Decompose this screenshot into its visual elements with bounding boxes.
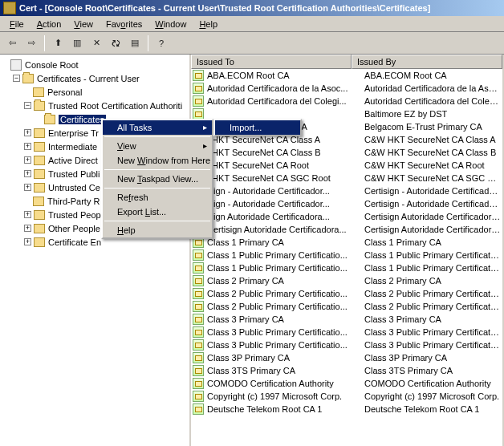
cell-issued-to: Certisign Autoridade Certificadora... <box>207 225 364 234</box>
certificate-icon <box>193 288 204 299</box>
table-row[interactable]: / HKT SecureNet CA SGC RootC&W HKT Secur… <box>191 172 502 184</box>
table-row[interactable]: Class 3 Primary CAClass 3 Primary CA <box>191 313 502 326</box>
table-row[interactable]: ABA.ECOM Root CAABA.ECOM Root CA <box>191 69 502 82</box>
cell-issued-to: isign Autoridade Certificadora... <box>207 212 364 221</box>
cell-issued-to: Class 3P Primary CA <box>207 353 364 363</box>
menu-file[interactable]: File <box>3 18 30 30</box>
cell-issued-by: Class 2 Primary CA <box>364 276 501 286</box>
menuitem-import[interactable]: Import... <box>215 120 300 135</box>
tree-pane[interactable]: Console Root −Certificates - Current Use… <box>0 55 191 446</box>
table-row[interactable]: / HKT SecureNet CA Class BC&W HKT Secure… <box>191 146 502 159</box>
menuitem-view[interactable]: View <box>103 139 212 153</box>
table-row[interactable]: Class 3 Public Primary Certificatio...Cl… <box>191 326 502 339</box>
cell-issued-by: Autoridad Certificadora de la Asocia... <box>364 83 501 93</box>
table-row[interactable]: isign Autoridade Certificadora...Certisi… <box>191 210 502 223</box>
folder-icon <box>33 197 44 206</box>
cell-issued-by: COMODO Certification Authority <box>364 379 501 388</box>
expander-icon[interactable]: + <box>24 184 31 191</box>
table-row[interactable]: isign - Autoridade Certificador...Certis… <box>191 184 502 197</box>
refresh-button[interactable]: 🗘 <box>107 34 124 52</box>
export-button[interactable]: ▤ <box>126 34 144 52</box>
list-pane[interactable]: Issued To Issued By ABA.ECOM Root CAABA.… <box>191 55 504 446</box>
cell-issued-to: Autoridad Certificadora del Colegi... <box>207 96 364 106</box>
table-row[interactable]: Class 1 Primary CAClass 1 Primary CA <box>191 236 502 249</box>
forward-button[interactable]: ⇨ <box>22 34 40 52</box>
cell-issued-to: Class 3 Public Primary Certificatio... <box>207 327 364 337</box>
folder-icon <box>34 169 45 179</box>
help-button[interactable]: ? <box>152 34 170 52</box>
table-row[interactable]: COMODO Certification AuthorityCOMODO Cer… <box>191 377 502 390</box>
certificate-icon <box>193 391 204 402</box>
table-row[interactable]: Class 3P Primary CAClass 3P Primary CA <box>191 351 502 364</box>
menu-bar: File Action View Favorites Window Help <box>0 16 504 32</box>
up-button[interactable]: ⬆ <box>49 34 67 52</box>
expander-icon[interactable]: + <box>24 211 31 218</box>
show-hide-tree-button[interactable]: ▥ <box>68 34 86 52</box>
menu-separator <box>104 136 210 137</box>
cell-issued-to: Class 3TS Primary CA <box>207 366 364 375</box>
tree-personal[interactable]: Personal <box>2 85 188 99</box>
tree-trusted-root[interactable]: −Trusted Root Certification Authoriti <box>2 99 188 112</box>
table-row[interactable]: Class 2 Public Primary Certificatio...Cl… <box>191 287 502 300</box>
table-row[interactable]: Class 3TS Primary CAClass 3TS Primary CA <box>191 364 502 377</box>
table-row[interactable]: Class 3 Public Primary Certificatio...Cl… <box>191 339 502 351</box>
cell-issued-by: Class 1 Public Primary Certification A..… <box>364 250 501 260</box>
table-row[interactable]: isign - Autoridade Certificador...Certis… <box>191 197 502 210</box>
cell-issued-by: C&W HKT SecureNet CA Root <box>364 160 501 170</box>
expander-icon[interactable]: + <box>24 225 31 232</box>
menu-separator <box>104 221 210 221</box>
cell-issued-by: Copyright (c) 1997 Microsoft Corp. <box>364 391 501 401</box>
folder-icon <box>34 142 45 152</box>
expander-icon[interactable]: − <box>13 75 20 82</box>
table-row[interactable]: Class 1 Public Primary Certificatio...Cl… <box>191 262 502 274</box>
expander-icon[interactable]: − <box>24 102 31 109</box>
tree-certificates-user[interactable]: −Certificates - Current User <box>2 71 188 85</box>
expander-icon[interactable]: + <box>24 238 31 245</box>
expander-icon[interactable]: + <box>24 170 31 177</box>
table-row[interactable]: Class 2 Primary CAClass 2 Primary CA <box>191 274 502 287</box>
certificate-icon <box>193 262 204 274</box>
menuitem-help[interactable]: Help <box>103 223 212 237</box>
table-row[interactable]: Autoridad Certificadora del Colegi...Aut… <box>191 95 502 107</box>
folder-icon <box>34 156 45 165</box>
menu-favorites[interactable]: Favorites <box>100 18 148 30</box>
console-root-icon <box>10 59 22 71</box>
list-header: Issued To Issued By <box>191 55 502 69</box>
certificate-icon <box>193 378 204 389</box>
table-row[interactable]: Copyright (c) 1997 Microsoft Corp.Copyri… <box>191 390 502 403</box>
cell-issued-by: Certisign - Autoridade Certificadora ... <box>364 186 501 196</box>
menuitem-all-tasks[interactable]: All Tasks <box>103 120 212 135</box>
menu-window[interactable]: Window <box>148 18 193 30</box>
certificate-icon <box>193 95 204 107</box>
table-row[interactable]: Deutsche Telekom Root CA 1Deutsche Telek… <box>191 403 502 416</box>
table-row[interactable]: / HKT SecureNet CA RootC&W HKT SecureNet… <box>191 159 502 172</box>
cell-issued-to: Class 1 Public Primary Certificatio... <box>207 263 364 273</box>
table-row[interactable]: Certisign Autoridade Certificadora...Cer… <box>191 223 502 236</box>
menu-action[interactable]: Action <box>30 18 68 30</box>
expander-icon[interactable]: + <box>24 129 31 136</box>
back-button[interactable]: ⇦ <box>3 34 21 52</box>
cell-issued-by: Class 2 Public Primary Certification A..… <box>364 302 501 311</box>
menuitem-refresh[interactable]: Refresh <box>103 190 212 205</box>
certificate-icon <box>193 314 204 325</box>
expander-icon[interactable]: + <box>24 143 31 150</box>
table-row[interactable]: Class 2 Public Primary Certificatio...Cl… <box>191 300 502 313</box>
menu-view[interactable]: View <box>67 18 100 30</box>
column-issued-by[interactable]: Issued By <box>352 55 502 69</box>
menu-help[interactable]: Help <box>193 18 224 30</box>
tree-root[interactable]: Console Root <box>2 58 188 71</box>
table-row[interactable]: Autoridad Certificadora de la Asoc...Aut… <box>191 82 502 95</box>
expander-icon[interactable]: + <box>24 156 31 164</box>
menuitem-export-list[interactable]: Export List... <box>103 205 212 219</box>
cell-issued-by: C&W HKT SecureNet CA Class A <box>364 135 501 144</box>
table-row[interactable]: Class 1 Public Primary Certificatio...Cl… <box>191 249 502 262</box>
cell-issued-to: ABA.ECOM Root CA <box>207 71 364 80</box>
cell-issued-to: Class 1 Public Primary Certificatio... <box>207 250 364 260</box>
folder-icon <box>34 224 45 233</box>
cell-issued-by: C&W HKT SecureNet CA SGC Root <box>364 173 501 183</box>
column-issued-to[interactable]: Issued To <box>191 55 352 69</box>
menuitem-new-taskpad[interactable]: New Taskpad View... <box>103 172 212 186</box>
menuitem-new-window[interactable]: New Window from Here <box>103 153 212 168</box>
certificate-icon <box>193 83 204 94</box>
properties-button[interactable]: ✕ <box>87 34 105 52</box>
